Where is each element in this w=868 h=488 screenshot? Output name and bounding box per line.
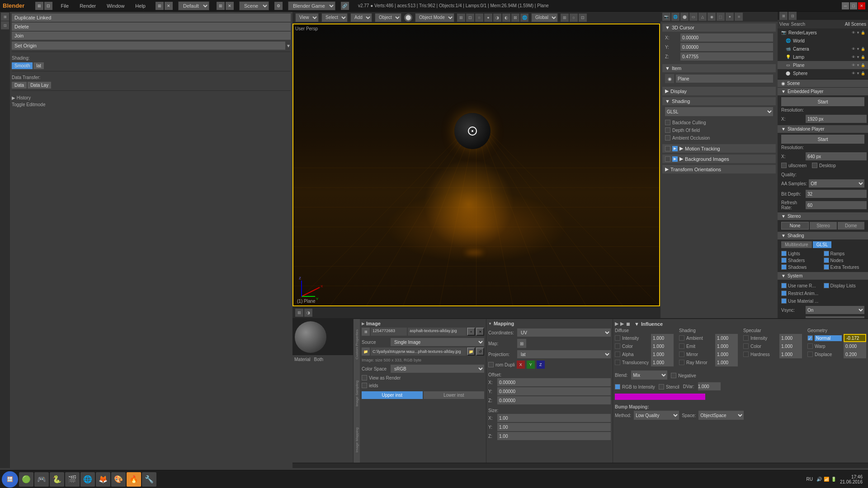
outline-item-plane[interactable]: ▭ Plane 👁 ▼ 🔒 — [778, 61, 868, 69]
negative-cb[interactable] — [671, 373, 676, 378]
camera-eye[interactable]: 👁 — [852, 47, 855, 51]
tool-btn-1[interactable]: ⊞ — [1, 13, 9, 21]
pivot-dropdown[interactable]: Global — [531, 13, 558, 22]
object-menu-dropdown[interactable]: Object — [375, 13, 401, 22]
cursor-x-input[interactable] — [680, 33, 773, 42]
transform-header[interactable]: ▶ Transform Orientations — [662, 165, 776, 174]
diffuse-alpha-input[interactable] — [651, 350, 674, 358]
filepath-browse-btn[interactable]: 📁 — [467, 347, 475, 356]
display-header[interactable]: ▶ Display — [662, 87, 776, 95]
tool-btn-2[interactable]: ⊡ — [1, 21, 9, 29]
render-scene-header[interactable]: ◉ Scene — [778, 80, 868, 87]
bump-method-select[interactable]: Low Quality — [634, 411, 679, 420]
renderlayers-lock[interactable]: 🔒 — [861, 31, 865, 35]
vp-icon-4[interactable]: ● — [484, 14, 492, 22]
lamp-eye[interactable]: 👁 — [852, 55, 855, 59]
shadows-checkbox[interactable] — [781, 264, 787, 270]
camera-lock[interactable]: 🔒 — [861, 47, 865, 51]
embedded-x-input[interactable] — [806, 115, 867, 123]
vp-proportional-icon[interactable]: ○ — [570, 14, 578, 22]
mat-tb-icon[interactable]: ◉ — [708, 13, 716, 21]
render-menu[interactable]: Render — [77, 2, 99, 9]
standalone-player-header[interactable]: ▼ Standalone Player — [778, 125, 868, 133]
spec-intensity-input[interactable] — [779, 334, 802, 342]
motion-tracking-checkbox[interactable] — [665, 146, 670, 151]
stereo-stereo-btn[interactable]: Stereo — [810, 222, 836, 230]
diffuse-intensity-cb[interactable] — [615, 335, 620, 341]
vp-icon-6[interactable]: ◐ — [502, 14, 510, 22]
outline-item-renderlayers[interactable]: 📷 RenderLayers 👁 ▼ 🔒 — [778, 28, 868, 37]
horizontal-scrollbar[interactable] — [292, 463, 868, 468]
toggle-editmode-label[interactable]: Toggle Editmode — [12, 102, 291, 107]
displace-cb[interactable] — [807, 352, 813, 357]
maximize-btn[interactable]: □ — [850, 2, 857, 9]
flat-btn[interactable]: lat — [33, 62, 44, 69]
fields-checkbox[interactable] — [362, 383, 367, 388]
layout-icon-1[interactable]: ⊞ — [156, 2, 164, 10]
shaders-checkbox[interactable] — [781, 258, 787, 263]
vp-icon-3[interactable]: ○ — [475, 14, 483, 22]
z-btn[interactable]: Z — [537, 361, 545, 369]
image-remove-btn[interactable]: ✕ — [476, 328, 484, 336]
taskbar-icon-paint[interactable]: 🎨 — [111, 472, 126, 487]
plane-eye[interactable]: 👁 — [852, 63, 855, 67]
rgb-intensity-cb[interactable] — [615, 384, 620, 389]
multitexture-btn[interactable]: Multitexture — [781, 241, 812, 248]
restrict-anim-checkbox[interactable] — [781, 291, 787, 296]
taskbar-icon-browser[interactable]: 🌐 — [80, 472, 95, 487]
minimize-btn[interactable]: ─ — [842, 2, 849, 9]
diffuse-color-input[interactable] — [651, 342, 674, 350]
world-tb-icon[interactable]: ⬤ — [680, 13, 689, 21]
influence-play-1[interactable]: ▶ — [615, 321, 618, 327]
window-menu[interactable]: Window — [104, 2, 127, 9]
footer-icon-1[interactable]: ⊞ — [295, 309, 303, 317]
bg-images-checkbox[interactable] — [665, 156, 670, 162]
diffuse-intensity-input[interactable] — [651, 334, 674, 342]
refresh-input[interactable] — [806, 201, 867, 209]
depth-checkbox[interactable] — [665, 127, 670, 133]
sphere-hide[interactable]: ▼ — [856, 71, 860, 75]
ray-mirror-cb[interactable] — [679, 360, 684, 365]
emit-input[interactable] — [715, 342, 738, 350]
embedded-player-header[interactable]: ▼ Embedded Player — [778, 88, 868, 95]
ray-mirror-input[interactable] — [715, 358, 738, 366]
taskbar-icon-video[interactable]: 🎬 — [65, 472, 80, 487]
outline-item-sphere[interactable]: ⬤ Sphere 👁 ▼ 🔒 — [778, 69, 868, 77]
start-button[interactable]: 🪟 — [2, 471, 18, 488]
diffuse-trans-input[interactable] — [651, 358, 674, 366]
object-mode-dropdown[interactable]: Object Mode — [415, 13, 454, 22]
item-header[interactable]: ▼ Item — [662, 64, 776, 72]
bump-space-select[interactable]: ObjectSpace — [698, 411, 744, 420]
sphere-lock[interactable]: 🔒 — [861, 71, 865, 75]
lamp-hide[interactable]: ▼ — [856, 55, 860, 59]
viewport-3d[interactable]: X Y Z (1) Plane User Persp — [292, 23, 660, 306]
lights-checkbox[interactable] — [781, 251, 787, 256]
x-btn[interactable]: X — [517, 361, 525, 369]
shading-header[interactable]: ▼ Shading — [662, 97, 776, 105]
footer-icon-2[interactable]: ◑ — [304, 309, 312, 317]
emit-cb[interactable] — [679, 343, 684, 349]
help-menu[interactable]: Help — [132, 2, 148, 9]
normal-cb[interactable]: ✓ — [807, 335, 813, 341]
lamp-lock[interactable]: 🔒 — [861, 55, 865, 59]
vp-icon-1[interactable]: ⊞ — [457, 14, 465, 22]
add-menu-dropdown[interactable]: Add — [350, 13, 372, 22]
blend-select[interactable]: Mix — [631, 371, 667, 380]
data-btn[interactable]: Data — [12, 82, 27, 89]
vp-icon-8[interactable]: 🌐 — [520, 14, 528, 22]
cursor-z-input[interactable] — [680, 52, 773, 61]
taskbar-icon-explorer[interactable]: 🟢 — [19, 472, 33, 487]
outline-icon-1[interactable]: ⊞ — [779, 12, 788, 20]
engine-icon[interactable]: 🔗 — [341, 2, 349, 10]
data-lay-btn[interactable]: Data Lay — [28, 82, 51, 89]
normal-input[interactable] — [844, 334, 866, 342]
warp-cb[interactable] — [807, 343, 813, 349]
select-menu-dropdown[interactable]: Select — [321, 13, 348, 22]
vp-icon-2[interactable]: ⊡ — [466, 14, 474, 22]
cursor-y-input[interactable] — [680, 43, 773, 51]
renderlayers-eye[interactable]: 👁 — [852, 31, 855, 35]
y-btn[interactable]: Y — [527, 361, 535, 369]
standalone-start-btn[interactable]: Start — [781, 135, 864, 144]
stereo-header[interactable]: ▼ Stereo — [778, 212, 868, 220]
view-btn[interactable]: View — [779, 22, 789, 27]
